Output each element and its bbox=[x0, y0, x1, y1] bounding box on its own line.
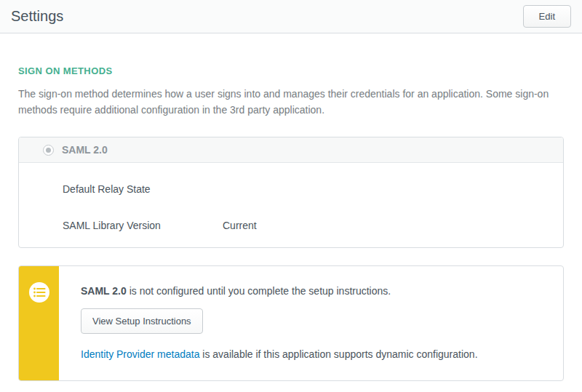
callout-message-rest: is not configured until you complete the… bbox=[127, 285, 391, 297]
saml-card-body: Default Relay State SAML Library Version… bbox=[19, 163, 563, 247]
settings-content: SIGN ON METHODS The sign-on method deter… bbox=[0, 65, 582, 381]
field-value: Current bbox=[223, 220, 257, 231]
setup-callout: SAML 2.0 is not configured until you com… bbox=[18, 265, 564, 381]
sign-on-methods-heading: SIGN ON METHODS bbox=[18, 65, 564, 76]
identity-provider-metadata-link[interactable]: Identity Provider metadata bbox=[81, 348, 199, 360]
sign-on-methods-description: The sign-on method determines how a user… bbox=[18, 87, 564, 118]
callout-warning-strip bbox=[19, 266, 59, 380]
field-label: Default Relay State bbox=[63, 183, 223, 195]
saml-card-title: SAML 2.0 bbox=[62, 144, 108, 156]
page-title: Settings bbox=[11, 8, 63, 25]
saml-card-header: SAML 2.0 bbox=[19, 137, 563, 163]
field-label: SAML Library Version bbox=[63, 220, 223, 231]
view-setup-instructions-button[interactable]: View Setup Instructions bbox=[81, 308, 203, 334]
edit-button[interactable]: Edit bbox=[523, 5, 571, 28]
callout-message-bold: SAML 2.0 bbox=[81, 285, 127, 297]
callout-content: SAML 2.0 is not configured until you com… bbox=[59, 266, 493, 380]
radio-selected-dot bbox=[46, 148, 51, 153]
setup-instructions-icon bbox=[28, 281, 50, 303]
saml-radio-button[interactable] bbox=[43, 145, 54, 156]
page-header: Settings Edit bbox=[0, 0, 582, 33]
callout-secondary-message: Identity Provider metadata is available … bbox=[81, 348, 478, 360]
saml-card: SAML 2.0 Default Relay State SAML Librar… bbox=[18, 137, 564, 248]
callout-message: SAML 2.0 is not configured until you com… bbox=[81, 285, 478, 297]
field-row-default-relay-state: Default Relay State bbox=[63, 183, 549, 195]
field-row-saml-library-version: SAML Library Version Current bbox=[63, 220, 549, 231]
callout-secondary-rest: is available if this application support… bbox=[199, 348, 477, 360]
